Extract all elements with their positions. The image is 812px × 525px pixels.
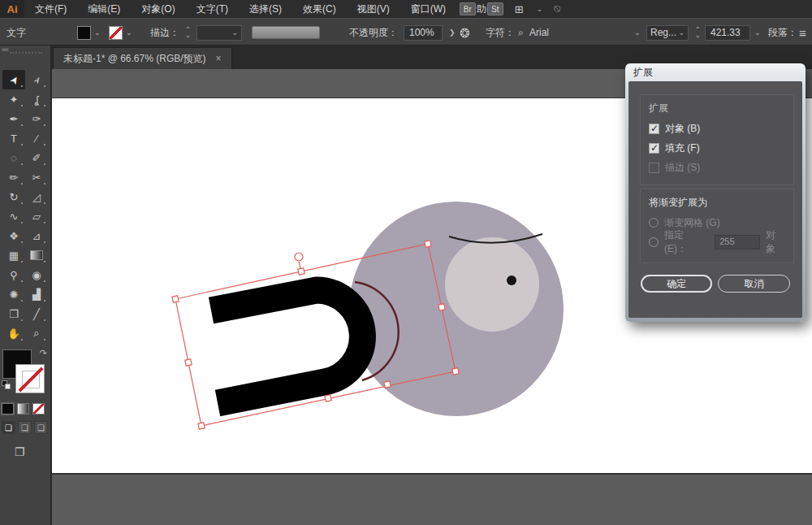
paintbrush-icon: ✐ bbox=[32, 152, 41, 164]
tool-blend[interactable]: ◉ bbox=[25, 265, 48, 284]
tool-line-segment[interactable]: ∕ bbox=[25, 128, 48, 148]
rotation-handle[interactable] bbox=[295, 253, 303, 261]
stroke-weight-combo[interactable]: ⌄ bbox=[197, 19, 242, 46]
tool-slice[interactable]: ╱ bbox=[25, 304, 48, 323]
gradient-button[interactable] bbox=[17, 403, 29, 414]
font-size-stepper[interactable]: ⌃⌄ bbox=[695, 19, 701, 46]
font-style-combo[interactable]: Reg...⌄ bbox=[646, 19, 689, 46]
tool-eyedropper[interactable]: ⚲ bbox=[2, 265, 25, 284]
character-pupil-shape[interactable] bbox=[507, 276, 516, 285]
expand-options-group: 扩展 对象 (B) 填充 (F) 描边 (S) bbox=[640, 94, 794, 185]
tool-artboard[interactable]: ❐ bbox=[2, 304, 25, 323]
artboard-icon: ❐ bbox=[9, 308, 19, 320]
draw-inside-icon[interactable]: ❏ bbox=[34, 421, 48, 434]
font-style-chevron-icon: ⌄ bbox=[678, 28, 685, 37]
tool-zoom[interactable]: ⌕ bbox=[25, 323, 48, 343]
tool-lasso[interactable]: ʆ bbox=[25, 89, 48, 109]
document-tab[interactable]: 未标题-1* @ 66.67% (RGB/预览) × bbox=[53, 47, 232, 69]
swap-fill-stroke-icon[interactable]: ↷ bbox=[40, 348, 47, 358]
graph-icon: ▟ bbox=[32, 289, 41, 301]
width-profile-button[interactable] bbox=[252, 19, 320, 46]
fill-stroke-area: ↷ bbox=[2, 348, 49, 398]
font-family-chevron-icon[interactable]: ⌄ bbox=[634, 19, 641, 46]
stroke-chevron-icon[interactable]: ⌄ bbox=[126, 19, 132, 46]
ok-button[interactable]: 确定 bbox=[641, 275, 712, 293]
recolor-artwork-icon[interactable]: ❂ bbox=[460, 19, 472, 46]
tool-shape[interactable]: ◌ bbox=[2, 148, 25, 167]
specify-radio-label: 指定 (E)： bbox=[664, 228, 709, 256]
fill-chevron-icon[interactable]: ⌄ bbox=[94, 19, 101, 46]
specify-objects-input: 255 bbox=[715, 235, 760, 249]
tool-gradient[interactable] bbox=[25, 245, 48, 265]
tool-mesh[interactable]: ▦ bbox=[2, 245, 25, 265]
tool-magic-wand[interactable]: ✦ bbox=[2, 89, 25, 109]
stroke-weight-label[interactable]: 描边： bbox=[150, 19, 179, 46]
color-type-row bbox=[2, 403, 49, 414]
color-button[interactable] bbox=[2, 403, 14, 414]
bridge-button[interactable]: Br bbox=[460, 2, 476, 15]
character-label[interactable]: 字符： bbox=[486, 19, 515, 46]
stroke-weight-stepper[interactable]: ⌃⌄ bbox=[185, 19, 191, 46]
fill-swatch[interactable] bbox=[77, 19, 91, 46]
menu-item[interactable]: 效果(C) bbox=[292, 0, 347, 18]
tool-rotate[interactable]: ↻ bbox=[2, 187, 25, 206]
tool-symbol-sprayer[interactable]: ✺ bbox=[2, 284, 25, 304]
opacity-label[interactable]: 不透明度： bbox=[349, 19, 398, 46]
tool-scale[interactable]: ◿ bbox=[25, 187, 48, 206]
panel-grip[interactable] bbox=[10, 52, 42, 54]
screen-mode-icon[interactable]: ❐ bbox=[15, 445, 25, 458]
width-icon: ∿ bbox=[10, 210, 19, 223]
align-left-icon[interactable]: ≡ bbox=[799, 19, 806, 46]
tool-type[interactable]: T bbox=[2, 128, 25, 148]
tool-shape-builder[interactable]: ❖ bbox=[2, 226, 25, 245]
cancel-button[interactable]: 取消 bbox=[718, 275, 790, 293]
character-face-shape[interactable] bbox=[445, 237, 539, 332]
workspace-chevron-icon[interactable]: ⌄ bbox=[537, 5, 543, 13]
checkbox-row-object[interactable]: 对象 (B) bbox=[649, 122, 785, 135]
stock-button[interactable]: St bbox=[487, 2, 503, 15]
tool-pencil[interactable]: ✏ bbox=[2, 167, 25, 187]
tool-perspective-grid[interactable]: ⊿ bbox=[25, 226, 48, 245]
tool-pen[interactable]: ✒ bbox=[2, 109, 25, 128]
menu-item[interactable]: 编辑(E) bbox=[77, 0, 131, 18]
tab-close-icon[interactable]: × bbox=[216, 53, 222, 64]
selected-u-shape[interactable] bbox=[211, 290, 362, 403]
font-family-combo[interactable]: Arial bbox=[529, 19, 549, 46]
menu-item[interactable]: 视图(V) bbox=[347, 0, 400, 18]
tool-free-transform[interactable]: ▱ bbox=[25, 206, 48, 226]
font-search-icon[interactable]: ⌕ bbox=[518, 19, 524, 46]
opacity-value[interactable]: 100% bbox=[404, 19, 443, 46]
font-size-chevron-icon[interactable]: ⌄ bbox=[754, 19, 761, 46]
tool-graph[interactable]: ▟ bbox=[25, 284, 48, 304]
menu-item[interactable]: 文件(F) bbox=[24, 0, 77, 18]
menu-item[interactable]: 窗口(W) bbox=[400, 0, 456, 18]
tool-selection[interactable]: ➤ bbox=[2, 70, 25, 89]
tool-direct-selection[interactable]: ➢ bbox=[25, 70, 48, 89]
draw-behind-icon[interactable]: ❏ bbox=[18, 421, 32, 434]
fill-checkbox[interactable] bbox=[649, 143, 659, 154]
panel-collapse-icon[interactable]: «« bbox=[2, 46, 8, 54]
opacity-arrow-icon[interactable]: ❯ bbox=[449, 19, 456, 46]
cc-sync-icon[interactable]: ⍉ bbox=[554, 2, 560, 15]
tool-scissors[interactable]: ✂ bbox=[25, 167, 48, 187]
tool-width[interactable]: ∿ bbox=[2, 206, 25, 226]
default-fill-stroke-icon[interactable] bbox=[2, 380, 11, 390]
menu-item[interactable]: 选择(S) bbox=[239, 0, 292, 18]
object-checkbox[interactable] bbox=[649, 124, 659, 134]
menu-item[interactable]: 对象(O) bbox=[131, 0, 185, 18]
tool-curvature[interactable]: ✑ bbox=[25, 109, 48, 128]
font-size-value[interactable]: 421.33 bbox=[705, 19, 750, 46]
checkbox-row-fill[interactable]: 填充 (F) bbox=[649, 141, 785, 154]
stepper-down-icon[interactable]: ⌄ bbox=[185, 33, 191, 38]
stroke-swatch[interactable] bbox=[109, 19, 123, 46]
stroke-proxy-swatch[interactable] bbox=[15, 364, 45, 393]
tool-paintbrush[interactable]: ✐ bbox=[25, 148, 48, 167]
dialog-title[interactable]: 扩展 bbox=[625, 63, 806, 81]
tool-hand[interactable]: ✋ bbox=[2, 323, 25, 343]
workspace-switcher-icon[interactable]: ⊞ bbox=[515, 3, 525, 15]
menu-item[interactable]: 文字(T) bbox=[186, 0, 239, 18]
menubar-right-icons: Br St ⊞ ⌄ ⍉ bbox=[460, 0, 560, 18]
draw-normal-icon[interactable]: ❏ bbox=[2, 421, 15, 434]
none-button[interactable] bbox=[32, 403, 45, 414]
paragraph-label[interactable]: 段落： bbox=[768, 19, 797, 46]
